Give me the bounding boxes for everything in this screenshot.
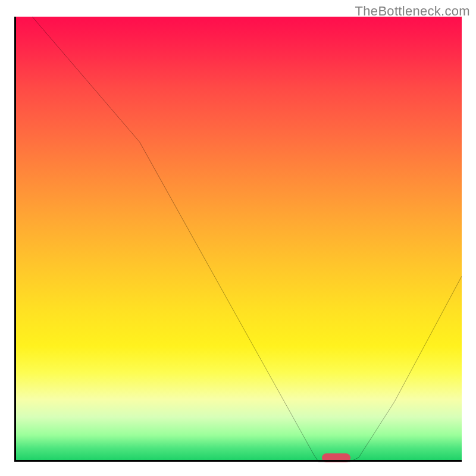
chart-container: TheBottleneck.com — [0, 0, 476, 476]
curve-svg — [14, 17, 462, 464]
optimal-marker — [322, 453, 350, 462]
bottleneck-curve — [32, 17, 462, 462]
watermark-label: TheBottleneck.com — [355, 4, 470, 19]
plot-area — [14, 17, 462, 462]
